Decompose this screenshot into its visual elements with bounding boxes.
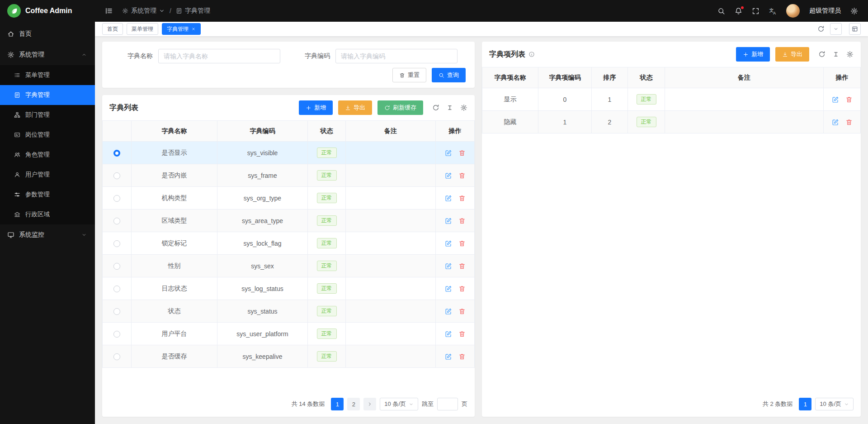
close-icon[interactable] (191, 27, 196, 31)
breadcrumb-item-dict-management[interactable]: 字典管理 (176, 7, 210, 15)
translate-icon[interactable]: 文A (769, 7, 777, 15)
delete-icon[interactable] (845, 96, 853, 103)
sidebar-item-home[interactable]: 首页 (0, 24, 95, 44)
page-size-select[interactable]: 10 条/页 (815, 398, 854, 410)
row-radio[interactable] (113, 172, 120, 179)
edit-icon[interactable] (832, 119, 839, 126)
sidebar-item-param-management[interactable]: 参数管理 (0, 185, 95, 205)
search-icon[interactable] (717, 7, 725, 15)
app-logo[interactable]: Coffee Admin (0, 0, 95, 22)
fullscreen-icon[interactable] (752, 7, 760, 15)
avatar[interactable] (786, 4, 800, 18)
refresh-table-icon[interactable] (818, 51, 826, 58)
table-settings-icon[interactable] (460, 104, 467, 111)
sidebar-item-system-management[interactable]: 系统管理 (0, 44, 95, 65)
table-settings-icon[interactable] (846, 51, 854, 58)
dict-row[interactable]: 日志状态sys_log_status正常 (103, 277, 475, 300)
dict-row[interactable]: 机构类型sys_org_type正常 (103, 187, 475, 210)
dict-row[interactable]: 是否显示sys_visible正常 (103, 142, 475, 164)
delete-icon[interactable] (458, 240, 466, 247)
sidebar-item-region-management[interactable]: 行政区域 (0, 205, 95, 224)
dict-row[interactable]: 锁定标记sys_lock_flag正常 (103, 232, 475, 255)
jump-page-input[interactable] (437, 398, 458, 410)
add-dict-item-button[interactable]: 新增 (736, 47, 770, 62)
delete-icon[interactable] (458, 353, 466, 360)
dict-row[interactable]: 状态sys_status正常 (103, 300, 475, 323)
delete-icon[interactable] (458, 149, 466, 157)
sidebar-item-label: 行政区域 (25, 210, 50, 219)
edit-icon[interactable] (445, 195, 452, 202)
tab-home[interactable]: 首页 (102, 23, 123, 35)
page-button-1[interactable]: 1 (799, 398, 811, 410)
username[interactable]: 超级管理员 (809, 7, 841, 15)
next-page-button[interactable] (363, 398, 376, 410)
sidebar-item-dict-management[interactable]: 字典管理 (0, 85, 95, 105)
edit-icon[interactable] (445, 217, 452, 224)
edit-icon[interactable] (445, 172, 452, 179)
sidebar-item-role-management[interactable]: 角色管理 (0, 145, 95, 165)
sidebar-item-user-management[interactable]: 用户管理 (0, 165, 95, 185)
row-radio[interactable] (113, 218, 120, 224)
row-radio[interactable] (113, 286, 120, 292)
delete-icon[interactable] (458, 195, 466, 202)
row-radio[interactable] (113, 240, 120, 247)
tabs-dropdown-button[interactable] (830, 23, 842, 35)
sidebar-item-menu-management[interactable]: 菜单管理 (0, 65, 95, 85)
edit-icon[interactable] (445, 262, 452, 270)
query-button[interactable]: 查询 (432, 68, 466, 82)
delete-icon[interactable] (845, 119, 853, 126)
dict-row[interactable]: 是否内嵌sys_frame正常 (103, 164, 475, 187)
collapse-sidebar-icon[interactable] (105, 7, 113, 15)
row-radio[interactable] (113, 353, 120, 360)
row-radio[interactable] (113, 331, 120, 338)
delete-icon[interactable] (458, 285, 466, 292)
notifications-button[interactable] (735, 7, 742, 15)
dict-item-row[interactable]: 显示01正常 (482, 88, 861, 111)
reset-button[interactable]: 重置 (392, 68, 426, 82)
tab-label: 首页 (107, 25, 118, 33)
add-dict-button[interactable]: 新增 (299, 100, 333, 115)
edit-icon[interactable] (445, 330, 452, 338)
edit-icon[interactable] (445, 149, 452, 157)
delete-icon[interactable] (458, 217, 466, 224)
export-dict-item-button[interactable]: 导出 (775, 47, 809, 62)
export-dict-button[interactable]: 导出 (338, 100, 372, 115)
breadcrumb-separator: / (170, 7, 171, 14)
edit-icon[interactable] (445, 285, 452, 292)
edit-icon[interactable] (445, 353, 452, 360)
delete-icon[interactable] (458, 330, 466, 338)
row-radio[interactable] (113, 263, 120, 270)
breadcrumb-item-system-management[interactable]: 系统管理 (122, 7, 165, 15)
content-fullscreen-button[interactable] (849, 23, 861, 35)
dict-item-row[interactable]: 隐藏12正常 (482, 111, 861, 133)
dict-name-input[interactable] (158, 49, 280, 63)
tab-dict-management[interactable]: 字典管理 (162, 23, 201, 35)
row-radio[interactable] (113, 195, 120, 202)
dict-row[interactable]: 性别sys_sex正常 (103, 255, 475, 277)
delete-icon[interactable] (458, 308, 466, 315)
edit-icon[interactable] (832, 96, 839, 103)
edit-icon[interactable] (445, 308, 452, 315)
delete-icon[interactable] (458, 262, 466, 270)
column-density-icon[interactable] (446, 104, 453, 111)
page-size-select[interactable]: 10 条/页 (380, 398, 418, 410)
page-button-1[interactable]: 1 (331, 398, 344, 410)
refresh-page-icon[interactable] (817, 25, 825, 33)
refresh-table-icon[interactable] (432, 104, 439, 111)
sidebar-item-system-monitor[interactable]: 系统监控 (0, 224, 95, 245)
column-density-icon[interactable] (832, 51, 840, 58)
edit-icon[interactable] (445, 240, 452, 247)
dict-row[interactable]: 用户平台sys_user_platform正常 (103, 323, 475, 345)
row-radio[interactable] (113, 308, 120, 315)
dict-code-input[interactable] (335, 49, 458, 63)
tab-menu-management[interactable]: 菜单管理 (127, 23, 158, 35)
sidebar-item-dept-management[interactable]: 部门管理 (0, 105, 95, 125)
dict-row[interactable]: 区域类型sys_area_type正常 (103, 210, 475, 232)
settings-gear-icon[interactable] (850, 7, 858, 15)
refresh-cache-button[interactable]: 刷新缓存 (377, 100, 423, 115)
row-radio[interactable] (113, 150, 120, 157)
delete-icon[interactable] (458, 172, 466, 179)
dict-row[interactable]: 是否缓存sys_keepalive正常 (103, 345, 475, 368)
sidebar-item-post-management[interactable]: 岗位管理 (0, 125, 95, 145)
page-button-2[interactable]: 2 (347, 398, 360, 410)
